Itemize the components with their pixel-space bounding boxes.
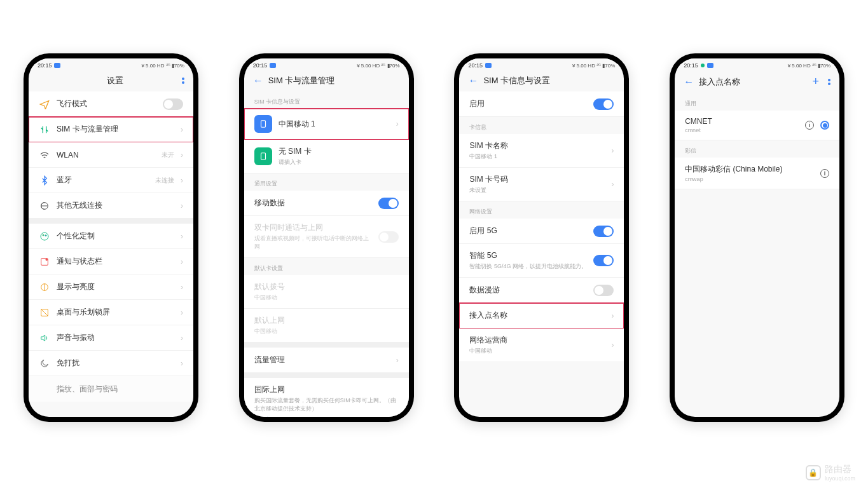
- chevron-right-icon: ›: [181, 125, 183, 134]
- page-title: SIM 卡与流量管理: [265, 75, 389, 86]
- desktop-icon: [39, 307, 50, 318]
- svg-point-5: [46, 259, 48, 261]
- chevron-right-icon: ›: [181, 232, 183, 241]
- row-wlan[interactable]: WLAN 未开 ›: [29, 142, 193, 168]
- back-button[interactable]: ←: [684, 76, 695, 88]
- row-operator[interactable]: 网络运营商中国移动 ›: [459, 329, 624, 362]
- row-smart-5g[interactable]: 智能 5G智能切换 5G/4G 网络，以提升电池续航能力。: [459, 244, 624, 278]
- status-time: 20:15: [38, 62, 52, 69]
- more-icon[interactable]: [182, 78, 184, 84]
- svg-point-2: [43, 234, 44, 236]
- airplane-icon: [39, 98, 50, 110]
- svg-rect-9: [261, 153, 265, 160]
- phone-frame-2: 20:15 ¥ 5.00 HD ⁴ᴳ ▮70% ← SIM 卡与流量管理 SIM…: [239, 53, 414, 422]
- fingerprint-icon: [39, 383, 50, 395]
- row-sim-number[interactable]: SIM 卡号码未设置 ›: [459, 168, 624, 201]
- row-apn[interactable]: 接入点名称 ›: [459, 303, 624, 329]
- chevron-right-icon: ›: [611, 180, 614, 189]
- row-fingerprint[interactable]: 指纹、面部与密码: [29, 376, 193, 402]
- row-desktop[interactable]: 桌面与乐划锁屏 ›: [29, 300, 193, 325]
- status-info: ¥ 5.00 HD ⁴ᴳ ▮70%: [141, 63, 184, 69]
- status-bar: 20:15 ¥ 5.00 HD ⁴ᴳ ▮70%: [459, 58, 624, 70]
- section-sim-info: SIM 卡信息与设置: [244, 92, 409, 109]
- chevron-right-icon: ›: [181, 334, 183, 342]
- brightness-icon: [39, 281, 50, 293]
- page-title: 接入点名称: [695, 76, 812, 88]
- section-network: 网络设置: [459, 201, 624, 219]
- row-sim1[interactable]: 中国移动 1 ›: [244, 109, 409, 140]
- chevron-right-icon: ›: [181, 283, 183, 292]
- status-bar: 20:15 ¥ 5.00 HD ⁴ᴳ ▮70%: [244, 58, 409, 70]
- status-app-icon: [54, 63, 60, 68]
- info-icon[interactable]: i: [805, 121, 814, 130]
- row-sim2[interactable]: 无 SIM 卡请插入卡: [244, 140, 409, 173]
- row-sim-management[interactable]: SIM 卡与流量管理 ›: [29, 117, 193, 142]
- chevron-right-icon: ›: [181, 359, 183, 368]
- sim1-icon: [254, 115, 272, 133]
- smart5g-toggle[interactable]: [593, 255, 614, 266]
- row-customize[interactable]: 个性化定制 ›: [29, 224, 193, 249]
- sim-icon: [39, 124, 50, 135]
- airplane-toggle[interactable]: [163, 98, 183, 110]
- row-enable[interactable]: 启用: [459, 92, 624, 117]
- row-display[interactable]: 显示与亮度 ›: [29, 274, 193, 300]
- intl-link[interactable]: 卡套餐: [254, 416, 399, 417]
- row-traffic[interactable]: 流量管理 ›: [244, 348, 409, 373]
- chevron-right-icon: ›: [181, 308, 183, 317]
- row-roaming[interactable]: 数据漫游: [459, 278, 624, 303]
- chevron-right-icon: ›: [396, 119, 399, 128]
- notify-icon: [39, 256, 50, 268]
- row-dual-card: 双卡同时通话与上网观看直播或视频时，可接听电话中断的网络上网: [244, 216, 409, 258]
- row-dnd[interactable]: 免打扰 ›: [29, 351, 193, 376]
- dual-toggle: [378, 231, 399, 243]
- back-button[interactable]: ←: [253, 75, 265, 86]
- status-bar: 20:15 ¥ 5.00 HD ⁴ᴳ ▮70%: [29, 58, 193, 70]
- chevron-right-icon: ›: [181, 151, 183, 159]
- phone-frame-1: 20:15 ¥ 5.00 HD ⁴ᴳ ▮70% 设置 飞行模式 SIM 卡与流量…: [24, 53, 198, 422]
- chevron-right-icon: ›: [611, 311, 614, 320]
- chevron-right-icon: ›: [396, 356, 399, 365]
- page-title: SIM 卡信息与设置: [479, 75, 603, 86]
- chevron-right-icon: ›: [181, 176, 183, 185]
- enable-toggle[interactable]: [593, 98, 614, 110]
- row-mobile-data[interactable]: 移动数据: [244, 191, 409, 216]
- status-app-icon: [707, 63, 713, 68]
- apn-radio-cmnet[interactable]: [820, 121, 829, 130]
- chevron-right-icon: ›: [181, 201, 183, 210]
- roaming-toggle[interactable]: [593, 285, 614, 296]
- wifi-icon: [39, 149, 50, 161]
- row-sound[interactable]: 声音与振动 ›: [29, 325, 193, 351]
- section-cardinfo: 卡信息: [459, 117, 624, 134]
- info-icon[interactable]: i: [820, 169, 829, 178]
- section-default: 默认卡设置: [244, 258, 409, 275]
- phone-frame-3: 20:15 ¥ 5.00 HD ⁴ᴳ ▮70% ← SIM 卡信息与设置 启用 …: [454, 53, 629, 422]
- row-notifications[interactable]: 通知与状态栏 ›: [29, 249, 193, 274]
- row-enable-5g[interactable]: 启用 5G: [459, 219, 624, 244]
- sound-icon: [39, 332, 50, 344]
- more-icon[interactable]: [828, 79, 830, 85]
- chevron-right-icon: ›: [181, 257, 183, 266]
- 5g-toggle[interactable]: [593, 226, 614, 237]
- moon-icon: [39, 358, 50, 369]
- back-button[interactable]: ←: [468, 75, 479, 86]
- phone-frame-4: 20:15 ¥ 5.00 HD ⁴ᴳ ▮70% ← 接入点名称 + 通用 CMN…: [670, 53, 844, 422]
- row-international[interactable]: 国际上网 购买国际流量套餐，无需购买任何SIM卡即可上网。（由北京移动提供技术支…: [244, 378, 409, 417]
- status-dot-icon: [701, 64, 705, 67]
- row-other-wireless[interactable]: 其他无线连接 ›: [29, 193, 193, 219]
- page-title: 设置: [49, 75, 182, 86]
- svg-rect-8: [261, 121, 265, 128]
- watermark: 🔒 路由器 luyouqi.com: [806, 464, 855, 482]
- row-airplane-mode[interactable]: 飞行模式: [29, 92, 193, 117]
- row-bluetooth[interactable]: 蓝牙 未连接 ›: [29, 168, 193, 193]
- add-button[interactable]: +: [813, 75, 820, 88]
- watermark-sub: luyouqi.com: [825, 475, 855, 482]
- section-general: 通用设置: [244, 173, 409, 191]
- row-default-net: 默认上网中国移动: [244, 309, 409, 342]
- mobile-data-toggle[interactable]: [378, 198, 399, 209]
- row-sim-name[interactable]: SIM 卡名称中国移动 1 ›: [459, 134, 624, 168]
- watermark-text: 路由器: [825, 464, 855, 475]
- chevron-right-icon: ›: [611, 146, 614, 155]
- row-apn-cmnet[interactable]: CMNETcmnet i: [675, 111, 839, 140]
- row-apn-mms[interactable]: 中国移动彩信 (China Mobile)cmwap i: [675, 158, 839, 189]
- status-bar: 20:15 ¥ 5.00 HD ⁴ᴳ ▮70%: [675, 58, 839, 70]
